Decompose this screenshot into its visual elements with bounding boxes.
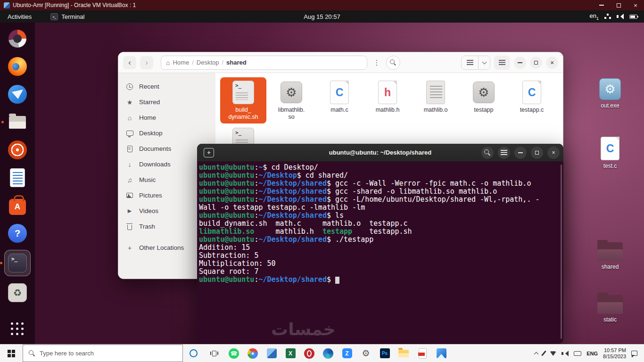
search-input[interactable]: [40, 350, 167, 357]
file-item-testapp[interactable]: ⚙ testapp: [461, 77, 507, 123]
start-button[interactable]: [0, 345, 23, 362]
taskbar-app-opera[interactable]: [300, 345, 319, 362]
dock-item-trash[interactable]: ♻: [6, 281, 29, 304]
desktop-icon-test-c[interactable]: C test.c: [590, 137, 630, 169]
forward-button[interactable]: ›: [140, 56, 153, 69]
taskbar-app-chrome[interactable]: [243, 345, 262, 362]
files-minimize-button[interactable]: [514, 57, 526, 69]
pictures-icon: [126, 193, 133, 198]
dock-item-help[interactable]: ?: [6, 222, 29, 245]
minimize-icon: [518, 62, 522, 63]
file-item-build-dynamic-sh[interactable]: >_ build_ dynamic.sh: [220, 77, 266, 123]
keyboard-layout-indicator[interactable]: en1: [590, 12, 599, 21]
dock-item-rhythmbox[interactable]: [6, 139, 29, 161]
dock-item-thunderbird[interactable]: [6, 83, 29, 106]
folder-icon: [597, 295, 623, 314]
focused-app-menu[interactable]: >_ Terminal: [50, 13, 84, 20]
dock-item-app-grid[interactable]: [6, 318, 29, 340]
taskbar-app-file-explorer[interactable]: [394, 345, 413, 362]
topbar-clock[interactable]: Aug 15 20:57: [304, 13, 340, 20]
task-view-button[interactable]: [204, 345, 224, 362]
sidebar-item-home[interactable]: ⌂Home: [118, 110, 215, 125]
file-item-mathlib-h[interactable]: h mathlib.h: [364, 77, 411, 123]
volume-icon[interactable]: [561, 351, 569, 356]
search-icon: [484, 149, 491, 156]
taskbar-app-photoshop[interactable]: Ps: [375, 345, 394, 362]
view-options-dropdown[interactable]: [479, 56, 490, 69]
dock-item-files[interactable]: [6, 111, 29, 133]
path-options-button[interactable]: ⋮: [371, 56, 382, 69]
taskbar-app-photos[interactable]: [432, 345, 451, 362]
taskbar-clock[interactable]: 10:57 PM 8/15/2023: [603, 347, 626, 360]
desktop-icon-static-folder[interactable]: static: [590, 295, 630, 323]
activities-button[interactable]: Activities: [0, 10, 39, 23]
dock-item-terminal[interactable]: >_: [4, 250, 31, 276]
terminal-scrollbar[interactable]: [561, 165, 562, 339]
file-item-testapp-c[interactable]: C testapp.c: [509, 77, 555, 123]
sidebar-item-recent[interactable]: Recent: [118, 79, 215, 94]
network-wifi-icon[interactable]: [550, 351, 556, 356]
language-indicator[interactable]: ENG: [586, 351, 598, 356]
windows-ink-pen-icon[interactable]: [541, 351, 546, 356]
photoshop-icon: Ps: [380, 348, 390, 358]
taskbar-app-pdf[interactable]: [413, 345, 432, 362]
help-icon: ?: [8, 224, 27, 243]
terminal-menu-button[interactable]: [498, 147, 510, 159]
list-view-button[interactable]: [462, 56, 479, 69]
terminal-line: ubuntu@ubuntu:~$ cd Desktop/: [199, 164, 559, 172]
breadcrumb-current[interactable]: shared: [226, 59, 247, 66]
sidebar-item-desktop[interactable]: Desktop: [118, 125, 215, 141]
touch-keyboard-icon[interactable]: [574, 351, 581, 356]
breadcrumb[interactable]: ⌂ Home / Desktop / shared: [161, 56, 367, 70]
action-center-icon[interactable]: [631, 351, 637, 356]
terminal-headerbar[interactable]: + ubuntu@ubuntu: ~/Desktop/shared ×: [197, 144, 563, 162]
trash-icon: ♻: [8, 283, 27, 302]
desktop-icon-out-exe[interactable]: ⚙ out.exe: [590, 78, 630, 109]
dock-item-software-updater[interactable]: [6, 27, 29, 50]
terminal-close-button[interactable]: ×: [547, 147, 560, 159]
videos-icon: ▶: [126, 208, 133, 214]
terminal-output[interactable]: ubuntu@ubuntu:~$ cd Desktop/ ubuntu@ubun…: [197, 162, 563, 344]
breadcrumb-home[interactable]: Home: [173, 59, 189, 66]
dock-item-firefox[interactable]: [6, 55, 29, 78]
file-item-libmathlib-so[interactable]: ⚙ libmathlib. so: [268, 77, 314, 123]
terminal-line: build_dynamic.sh math.c mathlib.o testap…: [199, 220, 559, 228]
file-item-math-c[interactable]: C math.c: [316, 77, 363, 123]
files-maximize-button[interactable]: [530, 57, 542, 69]
file-item-mathlib-o[interactable]: mathlib.o: [413, 77, 459, 123]
terminal-minimize-button[interactable]: [514, 147, 527, 159]
show-hidden-icons-chevron[interactable]: [534, 352, 539, 356]
desktop-icon: [126, 131, 133, 136]
files-menu-button[interactable]: [494, 56, 510, 70]
topbar-status-area[interactable]: en1: [590, 12, 644, 21]
thunderbird-icon: [8, 85, 27, 104]
taskbar-app-excel[interactable]: X: [281, 345, 300, 362]
taskbar-app-edge[interactable]: [319, 345, 338, 362]
files-close-button[interactable]: ×: [546, 57, 558, 69]
desktop-icon-shared-folder[interactable]: shared: [590, 242, 630, 270]
ubuntu-top-bar: Activities >_ Terminal Aug 15 20:57 en1: [0, 10, 644, 23]
edge-icon: [323, 348, 333, 359]
new-tab-button[interactable]: +: [204, 148, 214, 157]
back-button[interactable]: ‹: [123, 56, 136, 69]
sidebar-item-starred[interactable]: ★Starred: [118, 94, 215, 110]
plus-icon: +: [126, 245, 133, 251]
c-source-file-icon: C: [522, 81, 541, 104]
taskbar-search-box[interactable]: [23, 345, 183, 362]
taskbar-app-zoom[interactable]: Z: [338, 345, 356, 362]
taskbar-app-settings[interactable]: ⚙: [356, 345, 375, 362]
taskbar-app-virtualbox[interactable]: [262, 345, 281, 362]
breadcrumb-desktop[interactable]: Desktop: [197, 59, 219, 66]
vbox-maximize-button[interactable]: [610, 0, 627, 10]
dock-item-ubuntu-software[interactable]: A: [6, 194, 29, 217]
vbox-minimize-button[interactable]: [593, 0, 610, 10]
terminal-maximize-button[interactable]: [531, 147, 543, 159]
dock-item-libreoffice-writer[interactable]: [6, 166, 29, 189]
terminal-line: libmathlib.so mathlib.h testapp testapp.…: [199, 228, 559, 236]
taskbar-app-whatsapp[interactable]: ☎: [224, 345, 243, 362]
cortana-button[interactable]: [183, 345, 204, 362]
terminal-search-button[interactable]: [481, 147, 494, 159]
vbox-close-button[interactable]: ×: [627, 0, 644, 10]
sidebar-label: Starred: [139, 99, 160, 106]
search-button[interactable]: [386, 56, 400, 70]
